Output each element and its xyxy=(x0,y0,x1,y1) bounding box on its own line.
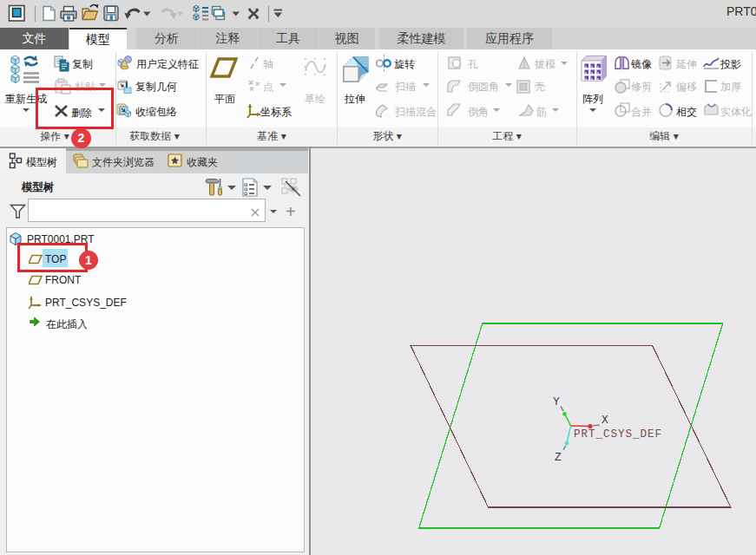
svg-text:X: X xyxy=(602,414,608,427)
svg-text:PRT_CSYS_DEF: PRT_CSYS_DEF xyxy=(574,428,662,441)
svg-text:Y: Y xyxy=(553,395,560,408)
svg-text:Z: Z xyxy=(555,451,562,464)
